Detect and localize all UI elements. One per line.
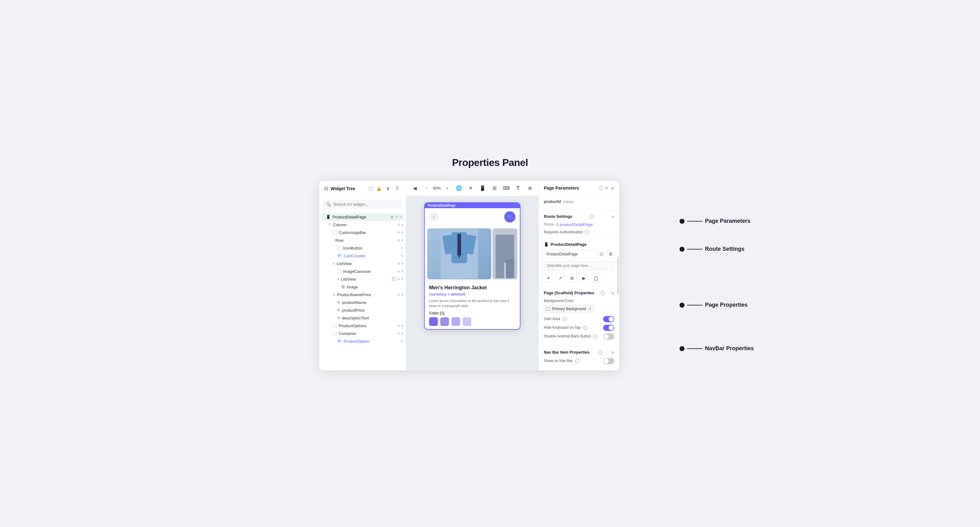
more-icon[interactable]: ▾ xyxy=(399,215,401,219)
auth-info-icon[interactable]: i xyxy=(585,230,589,234)
clipboard-icon-button[interactable]: 📋 xyxy=(591,274,600,283)
add-icon[interactable]: ⊕ xyxy=(395,215,398,219)
scaffold-section-header[interactable]: Page (Scaffold) Properties i ∨ xyxy=(544,291,614,296)
collapse-button[interactable]: ◀ xyxy=(410,184,419,193)
color-swatch-1[interactable] xyxy=(429,317,438,326)
add-icon[interactable]: ⊕ xyxy=(397,323,400,328)
tree-item-image[interactable]: 🖼 Image xyxy=(319,283,406,291)
play-icon-button[interactable]: ▶ xyxy=(579,274,589,283)
more-icon[interactable]: ▾ xyxy=(401,261,403,266)
show-on-navbar-toggle[interactable] xyxy=(603,358,614,364)
tree-item-product-name[interactable]: Tr productName xyxy=(319,299,406,306)
scrollbar[interactable] xyxy=(617,257,619,294)
bg-color-chip-label: Primary Background xyxy=(552,307,586,311)
delete-button[interactable]: 🗑 xyxy=(607,250,615,258)
tree-item-list-view-2[interactable]: ≡ ListView i ⊕ ▾ xyxy=(319,275,406,283)
add-icon[interactable]: ⊕ xyxy=(397,223,400,227)
search-input[interactable] xyxy=(333,202,399,207)
tree-item-row[interactable]: ··· Row ⊕ ▾ xyxy=(319,236,406,244)
settings-button[interactable]: ⊕ xyxy=(525,184,534,193)
page-section: 📱 ProductDetailPage ⊡ 🗑 xyxy=(539,238,619,287)
mobile-button[interactable]: 📱 xyxy=(478,184,487,193)
more-icon[interactable]: ▾ xyxy=(401,230,403,235)
download-icon[interactable]: ⬇ xyxy=(385,185,391,192)
route-info-icon[interactable]: i xyxy=(589,214,594,219)
more-icon[interactable]: ▾ xyxy=(401,277,403,281)
tree-item-product-detail-page[interactable]: 📱 ProductDetailPage ⊞ ⊕ ▾ xyxy=(321,213,404,221)
more-icon[interactable]: ▾ xyxy=(401,292,403,297)
zoom-in-button[interactable]: + xyxy=(443,184,452,193)
more-icon[interactable]: ▾ xyxy=(401,223,403,227)
tree-item-product-option[interactable]: 💎 ProductOption ↖ xyxy=(319,338,406,345)
show-on-navbar-info-icon[interactable]: i xyxy=(575,359,579,363)
page-desc-input[interactable] xyxy=(544,261,614,270)
zoom-out-button[interactable]: − xyxy=(422,184,431,193)
tree-item-image-carousel[interactable]: ImageCarousel ⊕ ▾ xyxy=(319,267,406,275)
add-icon[interactable]: ⊕ xyxy=(397,230,400,235)
tree-item-product-options[interactable]: ProductOptions ⊕ ▾ xyxy=(319,322,406,330)
copy-button[interactable]: ⊡ xyxy=(598,250,605,258)
keyboard-button[interactable]: ⌨ xyxy=(502,184,511,193)
tablet-button[interactable]: ⊞ xyxy=(490,184,499,193)
tree-item-product-name-price[interactable]: ⠿ ProductNamePrice ⊕ ▾ xyxy=(319,291,406,299)
add-icon[interactable]: ⊕ xyxy=(397,292,400,297)
text-icon: Tr xyxy=(337,309,340,312)
panel-info-icon[interactable]: i xyxy=(599,186,603,190)
tree-item-container[interactable]: Container ⊕ ▾ xyxy=(319,330,406,338)
safe-area-info-icon[interactable]: i xyxy=(562,317,567,321)
tree-item-column[interactable]: ⠿ Column ⊕ ▾ xyxy=(319,221,406,229)
menu-icon[interactable]: ⠿ xyxy=(394,185,401,192)
navbar-chevron[interactable]: ∨ xyxy=(611,350,614,355)
edit-icon[interactable]: ✎ xyxy=(605,186,609,191)
cursor-icon: ↖ xyxy=(401,254,403,258)
widget-tree-info-icon[interactable]: i xyxy=(369,186,373,191)
more-icon[interactable]: ▾ xyxy=(401,269,403,274)
nav-back-button[interactable]: ‹ xyxy=(429,212,438,221)
bg-close-button[interactable]: ✕ xyxy=(589,307,592,311)
bg-color-chip[interactable]: Primary Background ✕ xyxy=(544,305,594,313)
page-name-input[interactable] xyxy=(544,250,596,258)
magic-icon-button[interactable]: ✦ xyxy=(544,274,553,283)
navbar-section-header[interactable]: Nav Bar Item Properties i ∨ xyxy=(544,350,614,355)
tree-item-cart-counter[interactable]: 💎 CartCounter ↖ xyxy=(319,252,406,260)
more-icon[interactable]: ▾ xyxy=(401,238,403,242)
collapse-icon: ◀ xyxy=(413,185,417,191)
hide-keyboard-info-icon[interactable]: i xyxy=(583,326,587,330)
tree-item-icon-button[interactable]: IconButton ↖ xyxy=(319,244,406,252)
grid-icon-button[interactable]: ⊞ xyxy=(567,274,577,283)
sun-button[interactable]: ☀ xyxy=(466,184,475,193)
font-button[interactable]: T xyxy=(514,184,522,193)
bg-color-checkbox[interactable] xyxy=(547,307,550,311)
add-icon[interactable]: ⊕ xyxy=(397,238,400,242)
add-icon[interactable]: ⊕ xyxy=(397,269,400,274)
tree-item-list-view-1[interactable]: ≡ ListView ⊕ ▾ xyxy=(319,260,406,267)
color-swatch-4[interactable] xyxy=(463,317,471,326)
add-icon[interactable]: ⊕ xyxy=(397,277,400,281)
more-icon[interactable]: ▾ xyxy=(401,331,403,336)
globe-button[interactable]: 🌐 xyxy=(455,184,463,193)
nav-cart-button[interactable]: 🛒 xyxy=(504,211,515,223)
search-box[interactable]: 🔍 xyxy=(323,200,402,209)
route-settings-header[interactable]: Route Settings i ∨ xyxy=(544,214,614,219)
tree-item-description-text[interactable]: Tr descriptionText xyxy=(319,314,406,322)
route-chevron[interactable]: ∨ xyxy=(611,214,614,219)
scaffold-chevron[interactable]: ∨ xyxy=(611,291,614,296)
disable-back-label: Disable Android Back Button i xyxy=(544,334,603,339)
safe-area-toggle[interactable] xyxy=(603,316,614,322)
scaffold-info-icon[interactable]: i xyxy=(601,291,605,295)
add-icon[interactable]: ⊕ xyxy=(397,331,400,336)
color-swatch-3[interactable] xyxy=(452,317,460,326)
color-swatch-2[interactable] xyxy=(440,317,449,326)
more-icon[interactable]: ▾ xyxy=(401,323,403,328)
tree-item-custom-app-bar[interactable]: CustomAppBar ⊕ ▾ xyxy=(319,229,406,236)
tree-item-product-price[interactable]: Tr productPrice xyxy=(319,306,406,314)
lock-icon[interactable]: 🔒 xyxy=(375,185,382,192)
hide-keyboard-toggle[interactable] xyxy=(603,325,614,331)
main-panel: ⊟ Widget Tree i 🔒 ⬇ ⠿ 🔍 📱 ProductDetailP… xyxy=(319,181,619,370)
add-icon[interactable]: ⊕ xyxy=(397,261,400,266)
disable-back-info-icon[interactable]: i xyxy=(593,334,598,339)
collapse-icon[interactable]: ∨ xyxy=(611,185,614,191)
navbar-info-icon[interactable]: i xyxy=(598,350,603,355)
cursor-icon-button[interactable]: ↗ xyxy=(555,274,565,283)
disable-back-toggle[interactable] xyxy=(603,333,614,340)
